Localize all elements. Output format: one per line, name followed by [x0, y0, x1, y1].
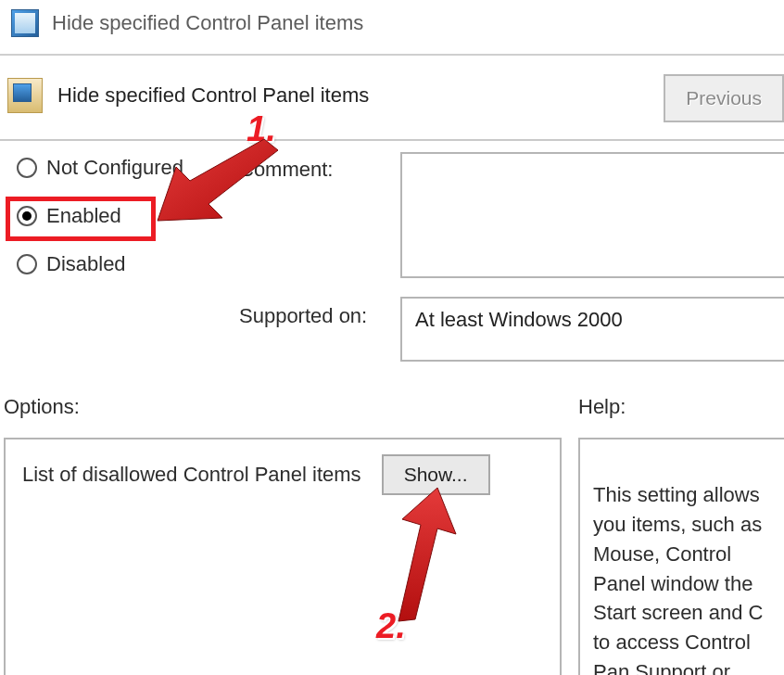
header-separator: [0, 139, 784, 141]
supported-on-value: At least Windows 2000: [415, 308, 623, 331]
comment-textarea[interactable]: [400, 152, 784, 278]
state-radio-group: Not Configured Enabled Disabled: [17, 156, 183, 276]
policy-icon: [7, 78, 43, 113]
radio-not-configured[interactable]: Not Configured: [17, 156, 183, 180]
app-icon: [11, 9, 39, 37]
radio-icon: [17, 206, 37, 226]
radio-label: Not Configured: [46, 156, 183, 180]
window-titlebar: Hide specified Control Panel items: [0, 0, 784, 46]
show-button[interactable]: Show...: [382, 454, 490, 495]
radio-label: Disabled: [46, 252, 126, 276]
supported-on-label: Supported on:: [239, 304, 367, 328]
previous-setting-button[interactable]: Previous: [664, 74, 784, 122]
policy-title: Hide specified Control Panel items: [57, 83, 369, 108]
comment-label: Comment:: [239, 158, 333, 182]
help-section-label: Help:: [578, 395, 626, 419]
radio-enabled[interactable]: Enabled: [17, 204, 183, 228]
annotation-number-1: 1.: [247, 109, 276, 149]
disallowed-list-label: List of disallowed Control Panel items: [22, 463, 361, 487]
radio-disabled[interactable]: Disabled: [17, 252, 183, 276]
radio-label: Enabled: [46, 204, 121, 228]
help-text: This setting allows you items, such as M…: [593, 483, 766, 675]
options-pane: List of disallowed Control Panel items S…: [4, 438, 562, 675]
radio-icon: [17, 158, 37, 178]
radio-icon: [17, 254, 37, 274]
help-pane: This setting allows you items, such as M…: [578, 438, 784, 675]
window-title: Hide specified Control Panel items: [52, 11, 363, 35]
supported-on-field: At least Windows 2000: [400, 297, 784, 362]
options-section-label: Options:: [4, 395, 80, 419]
